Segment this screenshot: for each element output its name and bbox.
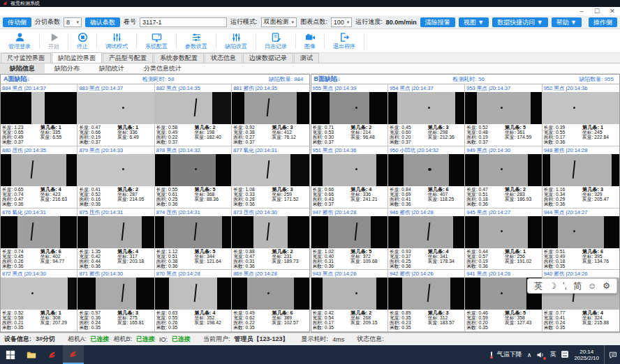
roll-number-input[interactable] xyxy=(140,17,227,27)
main-tab[interactable]: 测试 xyxy=(294,53,319,63)
ime-punctuation-button[interactable]: ’, xyxy=(563,278,567,294)
ime-language-indicator[interactable]: 英 xyxy=(549,350,556,359)
sub-tab[interactable]: 分类信息统计 xyxy=(134,63,191,74)
defect-card[interactable]: 884 黑点 |20:14:37长度: 1.23宽度: 0.65面积: 0.49… xyxy=(1,84,78,146)
defect-card[interactable]: 953 黑点 |20:14:37长度: 0.52宽度: 0.48面积: 0.19… xyxy=(465,84,542,146)
file-explorer-icon[interactable] xyxy=(21,345,42,364)
defect-mark-icon xyxy=(355,168,357,170)
defect-card[interactable]: 877 氧化 |20:14:31长度: 1.08宽度: 0.33面积: 0.28… xyxy=(232,146,309,208)
defect-card[interactable]: 879 黑点 |20:14:33长度: 0.41宽度: 0.52面积: 0.16… xyxy=(78,146,154,208)
run-mode-select[interactable]: 双面检测▾ xyxy=(261,17,297,27)
ime-settings-icon[interactable]: ⚙ xyxy=(603,278,610,294)
panel-title: A面缺陷↓ xyxy=(1,75,110,84)
ime-simplified-button[interactable]: 简 xyxy=(573,278,582,294)
toolbar-camera-button[interactable]: 图像 xyxy=(296,32,324,50)
defect-card[interactable]: 949 黑点 |20:14:30长度: 0.47宽度: 0.51面积: 0.18… xyxy=(465,146,542,208)
ime-emoji-icon[interactable]: ☺ xyxy=(588,278,596,294)
defect-metrics: 长度: 0.89宽度: 0.35面积: 0.23米数: 0.35 xyxy=(390,310,428,331)
defect-card[interactable]: 878 黑点 |20:14:32长度: 0.55宽度: 0.61面积: 0.25… xyxy=(155,146,232,208)
ime-keyboard-icon[interactable] xyxy=(561,350,569,360)
sub-tab[interactable]: 缺陷统计 xyxy=(89,63,134,74)
sub-tab[interactable]: 缺陷信息 xyxy=(0,63,45,74)
defect-card[interactable]: 869 黑点 |20:14:28长度: 0.49宽度: 0.62面积: 0.22… xyxy=(232,270,309,332)
metric-row: 米数: 0.36 xyxy=(156,202,195,206)
defect-card[interactable]: 875 压伤 |20:14:31长度: 1.35宽度: 0.42面积: 0.44… xyxy=(78,208,154,271)
main-tab[interactable]: 缺陷监控界面 xyxy=(52,52,102,63)
defect-card[interactable]: 943 黑点 |20:14:26长度: 0.42宽度: 0.54面积: 0.17… xyxy=(311,270,388,332)
defect-card[interactable]: 870 黑点 |20:14:28长度: 0.63宽度: 0.55面积: 0.26… xyxy=(155,270,232,332)
defect-card[interactable]: 874 压伤 |20:14:31长度: 1.12宽度: 0.51面积: 0.38… xyxy=(155,208,232,271)
gray-value: 灰度: 88.36 xyxy=(195,197,230,202)
help-menu-button[interactable]: 帮助 ▼ xyxy=(552,17,582,27)
toolbar-play-button[interactable]: 开始 xyxy=(40,32,68,50)
defect-card[interactable]: 876 氧化 |20:14:31长度: 0.74宽度: 0.45面积: 0.26… xyxy=(1,208,78,271)
maximize-button[interactable]: ☐ xyxy=(589,7,605,15)
clear-alarm-button[interactable]: 清除报警 xyxy=(420,17,455,27)
defect-card[interactable]: 950 小凹坑 |20:14:32长度: 0.84宽度: 0.69面积: 0.4… xyxy=(388,146,465,208)
weather-widget[interactable]: 气温下降 xyxy=(487,350,522,359)
action-center-icon[interactable] xyxy=(604,345,617,364)
main-tab[interactable]: 系统参数配置 xyxy=(154,53,204,63)
drive-side-button[interactable]: 传动侧 xyxy=(3,17,31,27)
defect-card[interactable]: 951 黑点 |20:14:36长度: 0.66宽度: 0.66面积: 0.43… xyxy=(311,146,388,208)
minimize-button[interactable]: – xyxy=(574,7,589,15)
defect-thumbnail xyxy=(78,216,154,248)
chevron-down-icon: ▾ xyxy=(347,20,350,25)
defect-card-header: 941 黑点 |20:14:26 xyxy=(465,270,541,278)
slit-count-select[interactable]: 8▾ xyxy=(64,17,82,27)
main-tab[interactable]: 边缘数据记录 xyxy=(243,53,293,63)
toolbar-user-button[interactable]: 管理登录 xyxy=(0,32,39,50)
io-label: IO: xyxy=(159,336,168,343)
toolbar-log-button[interactable]: 日志记录 xyxy=(256,32,295,50)
toolbar-exit-button[interactable]: 退出程序 xyxy=(325,32,364,50)
app-icon-active[interactable] xyxy=(63,345,84,364)
data-access-menu-button[interactable]: 数据快捷访问 ▼ xyxy=(492,17,547,27)
metric-row: 面积: 0.18 xyxy=(466,197,505,202)
view-menu-button[interactable]: 视图 ▼ xyxy=(459,17,489,27)
defect-thumbnail xyxy=(388,92,464,124)
defect-card[interactable]: 944 黑点 |20:14:27长度: 0.51宽度: 0.49面积: 0.18… xyxy=(542,208,619,271)
defect-card[interactable]: 948 擦伤 |20:14:28长度: 1.16宽度: 0.34面积: 0.29… xyxy=(542,146,619,208)
defect-card[interactable]: 873 压伤 |20:14:30长度: 0.88宽度: 0.47面积: 0.31… xyxy=(232,208,309,271)
defect-card[interactable]: 872 黑点 |20:14:30长度: 0.52宽度: 0.58面积: 0.21… xyxy=(1,270,78,332)
defect-thumbnail xyxy=(1,216,77,248)
defect-card-header: 871 擦伤 |20:14:30 xyxy=(78,270,154,278)
strip-number: 第几条: 3 xyxy=(428,125,464,130)
defect-card[interactable]: 881 擦伤 |20:14:35长度: 0.92宽度: 0.38面积: 0.27… xyxy=(232,84,309,146)
defect-card[interactable]: 882 黑点 |20:14:35长度: 0.58宽度: 0.49面积: 0.22… xyxy=(155,84,232,146)
defect-card[interactable]: 946 擦伤 |20:14:28长度: 0.93宽度: 0.37面积: 0.25… xyxy=(388,208,465,271)
defect-metrics: 长度: 0.52宽度: 0.48面积: 0.19米数: 0.37 xyxy=(466,125,505,145)
defect-card[interactable]: 955 黑点 |20:14:39长度: 0.71宽度: 0.53面积: 0.30… xyxy=(311,84,388,146)
start-button[interactable] xyxy=(0,345,21,364)
operation-side-button[interactable]: 操作侧 xyxy=(589,17,617,27)
defect-card[interactable]: 945 黑点 |20:14:27长度: 0.44宽度: 0.57面积: 0.19… xyxy=(465,208,542,271)
defect-card[interactable]: 952 黑点 |20:14:36长度: 0.39宽度: 0.55面积: 0.17… xyxy=(542,84,619,146)
toolbar-debug-button[interactable]: 调试模式 xyxy=(97,32,136,50)
ime-moon-icon[interactable]: ☽ xyxy=(549,278,556,294)
defect-mark-icon xyxy=(267,292,270,294)
sub-tab[interactable]: 缺陷分布 xyxy=(45,63,89,74)
defect-card[interactable]: 942 擦伤 |20:14:26长度: 0.89宽度: 0.35面积: 0.23… xyxy=(388,270,465,332)
toolbar-stop-button[interactable]: 停止 xyxy=(68,32,96,50)
defect-card-header: 947 擦伤 |20:14:28 xyxy=(311,208,388,216)
defect-card[interactable]: 880 压伤 |20:14:35长度: 0.65宽度: 0.74面积: 0.47… xyxy=(1,146,78,208)
defect-card[interactable]: 954 黑点 |20:14:37长度: 0.45宽度: 0.60面积: 0.20… xyxy=(388,84,465,146)
close-button[interactable]: ✕ xyxy=(605,7,620,15)
app-icon[interactable] xyxy=(42,345,63,364)
main-tab[interactable]: 尺寸监控界面 xyxy=(1,53,51,63)
main-tab[interactable]: 产品型号配置 xyxy=(103,53,153,63)
ime-english-button[interactable]: 英 xyxy=(534,278,542,294)
volume-icon[interactable] xyxy=(536,351,545,359)
taskbar-clock[interactable]: 20:14 2025/2/10 xyxy=(574,349,599,361)
toolbar-sliders-v-button[interactable]: 缺陷设置 xyxy=(216,32,256,50)
defect-card[interactable]: 947 擦伤 |20:14:28长度: 1.02宽度: 0.40面积: 0.31… xyxy=(311,208,388,271)
toolbar-button-label: 管理登录 xyxy=(8,43,31,50)
confirm-count-button[interactable]: 确认条数 xyxy=(85,17,120,27)
defect-card[interactable]: 871 擦伤 |20:14:30长度: 0.97宽度: 0.36面积: 0.24… xyxy=(78,270,154,332)
toolbar-sliders-h-button[interactable]: 参数设置 xyxy=(177,32,216,50)
toolbar-monitor-button[interactable]: 系统配置 xyxy=(137,32,176,50)
chart-points-select[interactable]: 100▾ xyxy=(331,17,353,27)
defect-card[interactable]: 883 黑点 |20:14:37长度: 0.47宽度: 0.66面积: 0.19… xyxy=(78,84,154,146)
main-tab[interactable]: 状态信息 xyxy=(205,53,242,63)
hidden-icons-button[interactable]: ∧ xyxy=(527,351,532,358)
